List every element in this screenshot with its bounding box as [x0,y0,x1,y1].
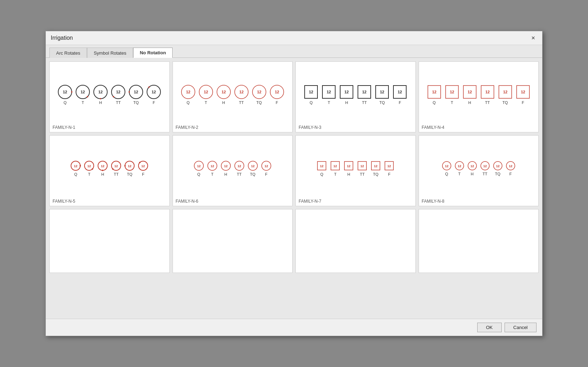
svg-point-56 [80,165,81,166]
svg-text:12: 12 [81,90,85,94]
symbol-item: 12 F [261,160,272,176]
cell-content: 12 Q 12 T 12 H 12 TT 12 TQ 12 F [296,62,415,124]
symbol-item: 12 Q [57,84,73,105]
grid-cell[interactable]: 12 Q 12 T 12 H 12 TT 12 TQ 12 FFAMILY-N-… [295,135,416,206]
symbol-item: 12 T [207,160,218,176]
svg-text:12: 12 [344,90,349,94]
symbol-label: H [345,100,348,105]
symbol-item: 12 F [383,160,395,176]
svg-point-68 [124,165,126,166]
symbol-label: F [522,100,524,105]
svg-text:12: 12 [74,164,77,168]
grid-cell[interactable]: 12 Q 12 T 12 H 12 TT 12 TQ 12 FFAMILY-N-… [49,135,170,206]
svg-text:12: 12 [327,90,331,94]
tab-arc-rotates[interactable]: Arc Rotates [49,48,87,58]
family-grid: 12 Q 12 T 12 H 12 TT 12 TQ 12 FFAMILY-N-… [49,61,539,273]
symbol-label: H [222,100,225,105]
symbol-item: 12 Q [316,160,327,176]
symbol-item: 12 H [462,84,478,105]
symbol-label: Q [320,172,323,176]
svg-text:12: 12 [333,164,337,168]
symbols-row: 12 Q 12 T 12 H 12 TT 12 TQ 12 F [57,84,162,105]
family-name: FAMILY-N-2 [173,124,293,132]
symbol-label: F [388,172,391,176]
close-button[interactable]: × [529,34,537,42]
family-name: FAMILY-N-4 [419,124,539,132]
svg-text:12: 12 [134,90,138,94]
svg-text:12: 12 [470,164,474,168]
svg-text:12: 12 [458,164,461,168]
symbol-item: 12 T [321,84,337,105]
symbol-label: TT [483,172,487,176]
svg-text:12: 12 [238,164,241,168]
grid-cell[interactable]: 12 Q 12 T 12 H 12 TT 12 TQ 12 FFAMILY-N-… [173,135,293,206]
grid-cell[interactable]: 12 Q 12 T 12 H 12 TT 12 TQ 12 FFAMILY-N-… [419,61,539,132]
symbol-label: TT [116,100,121,105]
symbol-label: H [471,172,474,176]
svg-text:12: 12 [251,164,255,168]
symbol-item: 12 TQ [497,84,513,105]
symbol-label: T [451,100,453,105]
svg-text:12: 12 [204,90,208,94]
svg-text:12: 12 [450,90,454,94]
grid-cell[interactable] [295,209,416,273]
symbol-item: 12 H [93,84,108,105]
family-name: FAMILY-N-6 [173,197,293,206]
grid-cell[interactable]: 12 Q 12 T 12 H 12 TT 12 TQ 12 FFAMILY-N-… [173,61,293,132]
symbol-label: H [468,100,471,105]
cell-content: 12 Q 12 T 12 H 12 TT 12 TQ 12 F [50,62,169,124]
grid-cell[interactable] [173,209,293,273]
symbol-item: 12 Q [193,160,205,176]
symbol-label: TQ [502,100,508,105]
cancel-button[interactable]: Cancel [505,323,537,332]
grid-cell[interactable]: 12 Q 12 T 12 H 12 TT 12 TQ 12 FFAMILY-N-… [419,135,539,206]
symbol-item: 12 F [505,160,516,176]
ok-button[interactable]: OK [477,323,502,332]
tab-no-rotation[interactable]: No Rotation [133,48,173,58]
symbol-item: 12 TQ [492,160,503,176]
grid-cell[interactable] [419,209,539,273]
svg-text:12: 12 [432,90,436,94]
svg-text:12: 12 [141,164,145,168]
symbol-label: TT [114,172,119,176]
symbol-label: Q [445,172,448,176]
grid-cell[interactable]: 12 Q 12 T 12 H 12 TT 12 TQ 12 FFAMILY-N-… [295,61,416,132]
symbol-item: 12 TQ [128,84,144,105]
symbol-item: 12 TQ [370,160,381,176]
tab-bar: Arc Rotates Symbol Rotates No Rotation [46,45,542,58]
symbol-item: 12 TT [234,84,249,105]
symbol-item: 12 F [392,84,408,105]
svg-text:12: 12 [521,90,525,94]
symbol-label: F [276,100,278,105]
symbol-item: 12 H [339,84,354,105]
symbol-label: Q [64,100,67,105]
svg-text:12: 12 [114,164,118,168]
symbol-label: TQ [134,100,139,105]
svg-point-5 [87,96,88,97]
symbol-label: F [265,172,267,176]
symbol-label: TQ [380,100,385,105]
svg-text:12: 12 [63,90,67,94]
symbol-label: Q [310,100,313,105]
grid-cell[interactable] [49,209,170,273]
svg-text:12: 12 [445,164,448,168]
family-name: FAMILY-N-3 [296,124,415,132]
svg-text:12: 12 [509,164,512,168]
svg-text:12: 12 [239,90,244,94]
symbol-label: T [328,100,330,105]
dialog: Irrigation × Arc Rotates Symbol Rotates … [45,31,543,336]
svg-text:12: 12 [275,90,279,94]
svg-text:12: 12 [197,164,201,168]
svg-text:12: 12 [483,164,487,168]
symbol-label: Q [432,100,436,105]
svg-text:12: 12 [116,90,120,94]
symbol-item: 12 F [146,84,162,105]
symbol-label: TT [360,172,365,176]
tab-symbol-rotates[interactable]: Symbol Rotates [87,48,133,58]
symbol-item: 12 H [343,160,354,176]
svg-point-59 [92,168,93,170]
grid-cell[interactable]: 12 Q 12 T 12 H 12 TT 12 TQ 12 FFAMILY-N-… [49,61,170,132]
symbol-label: Q [186,100,190,105]
svg-point-71 [139,162,141,163]
svg-text:12: 12 [222,90,226,94]
